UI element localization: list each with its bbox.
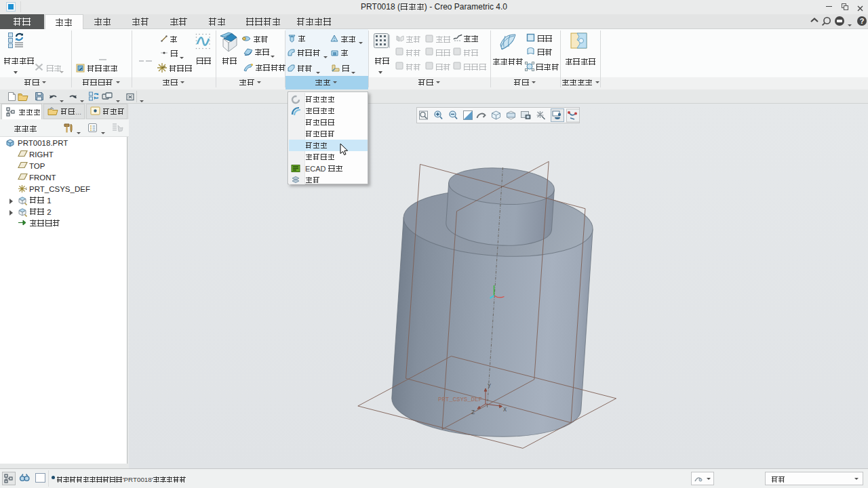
svg-text:X: X [503,407,507,413]
svg-text:PRT_CSYS_DEF: PRT_CSYS_DEF [438,396,482,403]
svg-text:Z: Z [471,409,475,416]
svg-text:Y: Y [488,383,491,390]
